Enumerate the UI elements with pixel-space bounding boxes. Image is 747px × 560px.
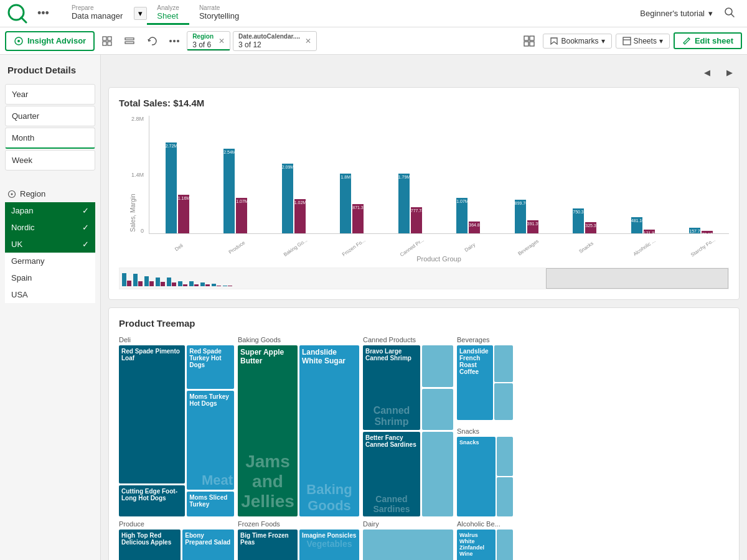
region-germany[interactable]: Germany bbox=[5, 253, 95, 269]
frozen-item-peas[interactable]: Big Time Frozen Peas Vegetables bbox=[238, 530, 298, 560]
deli-item-moms-turkey[interactable]: Moms Turkey Hot Dogs Meat bbox=[187, 391, 234, 490]
bar-group-starchy-fo---[interactable]: 157.74k78.13kStarchy Fo... bbox=[674, 228, 730, 233]
svg-rect-15 bbox=[524, 36, 529, 40]
snacks-content: Snacks Snacks bbox=[457, 427, 513, 517]
canned-item-bravo[interactable]: Bravo Large Canned Shrimp Canned Shrimp bbox=[363, 345, 420, 430]
svg-point-14 bbox=[177, 40, 179, 42]
bar-pink-9: 78.13k bbox=[702, 231, 713, 233]
tutorial-selector[interactable]: Beginner's tutorial ▾ bbox=[633, 6, 720, 21]
region-chip-close[interactable]: ✕ bbox=[218, 37, 225, 45]
prepare-dropdown[interactable]: ▾ bbox=[134, 7, 147, 20]
snacks-sm2[interactable] bbox=[497, 477, 513, 516]
canned-row2: Better Fancy Canned Sardines Canned Sard… bbox=[363, 432, 453, 516]
global-search-button[interactable] bbox=[720, 2, 740, 24]
treemap-row2: Produce High Top Red Delicious Apples Fr… bbox=[119, 520, 729, 560]
bev-small bbox=[494, 345, 513, 420]
grid-view-icon[interactable] bbox=[519, 31, 539, 51]
produce-label: Produce bbox=[119, 520, 234, 528]
bev-sm1[interactable] bbox=[494, 345, 513, 382]
region-usa[interactable]: USA bbox=[5, 286, 95, 303]
bar-teal-5: 1.07M bbox=[456, 198, 467, 233]
region-japan-label: Japan bbox=[11, 206, 33, 215]
filter-week[interactable]: Week bbox=[5, 150, 95, 170]
filter-year[interactable]: Year bbox=[5, 84, 95, 105]
canned-sm2[interactable] bbox=[422, 389, 453, 431]
edit-sheet-label: Edit sheet bbox=[695, 36, 733, 45]
deli-item-red-spade-hotdogs[interactable]: Red Spade Turkey Hot Dogs bbox=[187, 345, 234, 389]
bar-group-beverages[interactable]: 899.76k391.39kBeverages bbox=[499, 200, 555, 233]
filter-chip-region[interactable]: Region 3 of 6 ✕ bbox=[187, 31, 230, 51]
tab-narrate-main: Storytelling bbox=[199, 11, 239, 21]
selection-icon-1[interactable] bbox=[97, 31, 117, 51]
baking-content: Super Apple Butter Jams and Jellies Land… bbox=[238, 345, 359, 516]
filter-quarter[interactable]: Quarter bbox=[5, 106, 95, 126]
canned-sm3[interactable] bbox=[422, 432, 453, 516]
bar-pink-2: 1.02M bbox=[294, 199, 306, 233]
bar-group-frozen-fo---[interactable]: 1.8M871.35kFrozen Fo... bbox=[324, 174, 380, 233]
region-nordic[interactable]: Nordic ✓ bbox=[5, 219, 95, 236]
deli-item-red-spade[interactable]: Red Spade Pimento Loaf bbox=[119, 345, 185, 483]
snacks-item[interactable]: Snacks bbox=[457, 437, 496, 517]
snacks-sm1[interactable] bbox=[497, 437, 513, 476]
bev-item-coffee[interactable]: Landslide French Roast Coffee bbox=[457, 345, 493, 420]
date-chip-close[interactable]: ✕ bbox=[305, 37, 311, 45]
region-usa-label: USA bbox=[11, 290, 28, 299]
filter-year-label: Year bbox=[12, 90, 28, 99]
deli-right: Red Spade Turkey Hot Dogs Moms Turkey Ho… bbox=[187, 345, 234, 516]
bar-pink-8: 121.92k bbox=[644, 230, 655, 233]
undo-button[interactable] bbox=[142, 31, 162, 51]
svg-rect-9 bbox=[108, 42, 111, 45]
next-page-button[interactable]: ▶ bbox=[720, 62, 740, 82]
alc-sm1[interactable] bbox=[497, 530, 513, 560]
selection-icon-2[interactable] bbox=[120, 31, 139, 51]
filter-chip-date[interactable]: Date.autoCalendar.... 3 of 12 ✕ bbox=[233, 31, 317, 51]
svg-point-12 bbox=[173, 40, 176, 42]
tab-prepare-main: Data manager bbox=[72, 11, 123, 21]
svg-point-13 bbox=[169, 40, 172, 42]
deli-item-cutting-edge[interactable]: Cutting Edge Foot-Long Hot Dogs bbox=[119, 485, 185, 516]
y-axis: 2.8M1.4M0 bbox=[119, 116, 146, 234]
bookmarks-button[interactable]: Bookmarks ▾ bbox=[543, 34, 611, 49]
bar-group-snacks[interactable]: 750.38k325.38kSnacks bbox=[557, 208, 613, 233]
bar-group-baking-go---[interactable]: 2.09M1.02MBaking Go... bbox=[266, 164, 322, 233]
region-uk[interactable]: UK ✓ bbox=[5, 236, 95, 253]
bar-group-dairy[interactable]: 1.07M364.85kDairy bbox=[441, 198, 497, 233]
snacks-items: Snacks bbox=[457, 437, 513, 517]
frozen-item-ponsicles[interactable]: Imagine Ponsicles Vegetables bbox=[299, 530, 359, 560]
sheets-button[interactable]: Sheets ▾ bbox=[616, 34, 670, 49]
canned-label: Canned Products bbox=[363, 336, 453, 343]
bar-group-produce[interactable]: 2.54M1.07MProduce bbox=[208, 149, 264, 233]
tab-prepare[interactable]: Prepare Data manager bbox=[62, 2, 133, 25]
deli-item-moms-sliced[interactable]: Moms Sliced Turkey bbox=[187, 492, 234, 516]
baking-item-super-apple[interactable]: Super Apple Butter Jams and Jellies bbox=[238, 345, 298, 516]
selection-settings-icon[interactable] bbox=[164, 31, 184, 51]
bev-sm2[interactable] bbox=[494, 383, 513, 420]
region-japan[interactable]: Japan ✓ bbox=[5, 202, 95, 219]
insight-advisor-label: Insight Advisor bbox=[27, 36, 86, 45]
tab-narrate[interactable]: Narrate Storytelling bbox=[189, 2, 249, 25]
bar-group-canned-pr---[interactable]: 1.79M777.74kCanned Pr... bbox=[382, 174, 438, 233]
region-spain[interactable]: Spain bbox=[5, 269, 95, 286]
bar-group-deli[interactable]: 2.72M1.16MDeli bbox=[149, 142, 205, 233]
edit-sheet-button[interactable]: Edit sheet bbox=[674, 32, 742, 49]
scroll-indicator bbox=[546, 268, 728, 289]
insight-advisor-button[interactable]: Insight Advisor bbox=[5, 31, 95, 51]
baking-item-landslide[interactable]: Landslide White Sugar Baking Goods bbox=[299, 345, 359, 516]
canned-item-sardines[interactable]: Better Fancy Canned Sardines Canned Sard… bbox=[363, 432, 420, 516]
svg-rect-17 bbox=[524, 42, 529, 46]
region-chip-value: 3 of 6 bbox=[192, 40, 214, 49]
tab-analyze[interactable]: Analyze Sheet bbox=[147, 2, 189, 25]
produce-item-high-top[interactable]: High Top Red Delicious Apples Fruit bbox=[119, 530, 181, 560]
produce-section: Produce High Top Red Delicious Apples Fr… bbox=[119, 520, 234, 560]
produce-item-ebony[interactable]: Ebony Prepared Salad Vegetables bbox=[182, 530, 234, 560]
alcoholic-item-wine[interactable]: Walrus White Zinfandel Wine bbox=[457, 530, 496, 560]
produce-content: High Top Red Delicious Apples Fruit Tell… bbox=[119, 530, 234, 560]
bar-xlabel-5: Dairy bbox=[464, 242, 476, 253]
prev-page-button[interactable]: ◀ bbox=[697, 62, 717, 82]
mini-scroll-chart[interactable] bbox=[119, 268, 729, 289]
canned-sm1[interactable] bbox=[422, 345, 453, 387]
nav-more-dots[interactable]: ••• bbox=[37, 7, 49, 20]
dairy-item[interactable]: Dairy bbox=[363, 530, 453, 560]
filter-month[interactable]: Month bbox=[5, 128, 95, 149]
bar-group-alcoholic----[interactable]: 481.16k121.92kAlcoholic ... bbox=[615, 217, 671, 233]
